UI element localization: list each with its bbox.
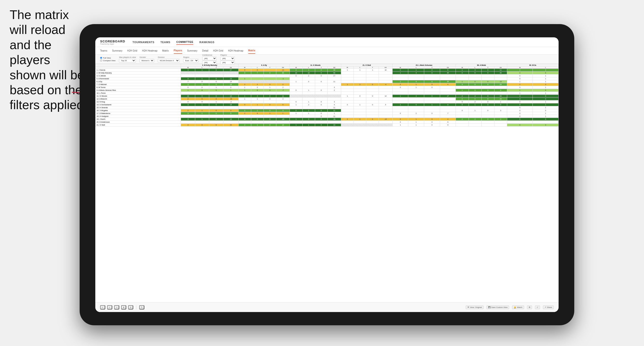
cell: 1 — [195, 69, 209, 72]
cell: 0 — [424, 112, 440, 115]
cell — [456, 77, 468, 80]
nav-rankings[interactable]: RANKINGS — [199, 40, 214, 45]
cell — [494, 86, 507, 89]
subnav-players[interactable]: Players — [174, 48, 182, 54]
cell — [276, 106, 290, 109]
cell — [341, 86, 354, 89]
cell: 2 — [341, 118, 354, 121]
cell — [494, 77, 507, 80]
compact-view-input[interactable] — [100, 59, 102, 61]
cell: 0 — [456, 109, 468, 112]
cell: 2 — [238, 124, 251, 127]
conference-select2[interactable]: (All) — [202, 61, 217, 64]
cell — [354, 92, 366, 95]
cell — [456, 74, 468, 77]
cell: 2 — [507, 69, 533, 72]
cell — [223, 72, 238, 74]
cell — [195, 74, 209, 77]
expand-button[interactable]: ⤢ — [535, 306, 540, 309]
subnav-h2hgrid1[interactable]: H2H Grid — [127, 48, 137, 53]
cell — [456, 115, 468, 118]
cell — [468, 115, 481, 118]
cell: 6 — [533, 72, 558, 74]
cell — [424, 74, 440, 77]
subnav-matrix2[interactable]: Matrix — [248, 48, 255, 54]
cell — [209, 115, 223, 118]
subnav-summary2[interactable]: Summary — [187, 48, 197, 53]
compact-view-label: Compact View — [103, 59, 115, 62]
nav-tournaments[interactable]: TOURNAMENTS — [132, 40, 154, 45]
table-row: 2. M Kelly Mulcahy 0 7 0 40 10 10 0 50 — [96, 72, 558, 74]
cell — [276, 100, 290, 103]
cell — [238, 106, 251, 109]
compact-view-radio[interactable]: Compact View — [100, 59, 115, 62]
cell — [408, 77, 424, 80]
subnav-h2hheatmap1[interactable]: H2H Heatmap — [142, 48, 157, 53]
cell: 0 — [181, 100, 195, 103]
wlt-l5: L — [408, 66, 424, 69]
subnav-summary1[interactable]: Summary — [112, 48, 122, 53]
cell: 2 — [507, 83, 533, 86]
cell: 0 — [507, 86, 533, 89]
player-name: 17. D Ballesteros — [96, 112, 181, 115]
conference-select1[interactable]: (All) — [202, 57, 217, 60]
cell: -11 — [276, 69, 290, 72]
cell: 0 — [468, 89, 481, 92]
col-header-gwoods: 11. G Woods — [290, 64, 341, 66]
subnav-detail[interactable]: Detail — [202, 48, 208, 53]
cell — [264, 77, 276, 80]
cell: 1 — [223, 89, 238, 92]
cell — [533, 121, 558, 124]
cell: 1 — [302, 89, 315, 92]
cell — [440, 109, 456, 112]
cell: 2 — [251, 83, 264, 86]
gender-select[interactable]: Women's Men's — [140, 59, 154, 62]
players-select1[interactable]: (All) — [220, 57, 235, 60]
division-select[interactable]: NCAA Division II NCAA Division I — [158, 59, 180, 62]
subnav-h2hheatmap2[interactable]: H2H Heatmap — [228, 48, 243, 53]
cell: 4 — [456, 83, 468, 86]
cell: 0 — [424, 86, 440, 89]
cell: 1 — [392, 95, 408, 98]
max-players-select[interactable]: Top 25 Top 10 Top 50 — [119, 59, 136, 62]
cell — [379, 92, 392, 95]
region-select[interactable]: East - DII West - DII — [183, 59, 198, 62]
undo2-button[interactable]: ↩ — [107, 305, 112, 309]
players-select2[interactable]: (All) — [220, 61, 235, 64]
subnav-matrix1[interactable]: Matrix — [162, 48, 169, 53]
subnav-teams[interactable]: Teams — [100, 48, 107, 53]
view-original-button[interactable]: 👁 View: Original — [466, 306, 484, 309]
settings-button[interactable]: ⚙ — [527, 306, 532, 309]
zoom-out-button[interactable]: ⊖ — [128, 305, 133, 309]
cell: 17 — [440, 95, 456, 98]
nav-teams[interactable]: TEAMS — [160, 40, 170, 45]
full-view-input[interactable] — [100, 57, 102, 59]
cell — [392, 109, 408, 112]
cell — [408, 109, 424, 112]
cell — [456, 92, 468, 95]
cell — [424, 109, 440, 112]
refresh-button[interactable]: ↻ — [139, 305, 144, 309]
cell: 1 — [408, 124, 424, 127]
cell: 0 — [424, 95, 440, 98]
share-button[interactable]: ↗ Share — [543, 306, 554, 309]
cell — [290, 77, 302, 80]
cell: 1 — [290, 112, 302, 115]
cell — [456, 112, 468, 115]
zoom-fit-button[interactable]: ⊕ — [121, 305, 126, 309]
nav-committee[interactable]: COMMITTEE — [176, 39, 194, 45]
save-custom-button[interactable]: 💾 Save Custom View — [486, 306, 509, 309]
cell: 0 — [392, 69, 408, 72]
wlt-w6: W — [456, 66, 468, 69]
watch-button[interactable]: 🔔 Watch — [512, 306, 524, 309]
cell: 1 — [290, 103, 302, 106]
full-view-radio[interactable]: Full View — [100, 57, 115, 59]
subnav-h2hgrid2[interactable]: H2H Grid — [213, 48, 224, 53]
cell: 3 — [181, 83, 195, 86]
cell: 0 — [195, 80, 209, 83]
cell — [315, 77, 328, 80]
cell: 4 — [468, 95, 481, 98]
undo-button[interactable]: ↩ — [100, 305, 105, 309]
redo-button[interactable]: ↪ — [114, 305, 119, 309]
cell: 1 — [507, 80, 533, 83]
